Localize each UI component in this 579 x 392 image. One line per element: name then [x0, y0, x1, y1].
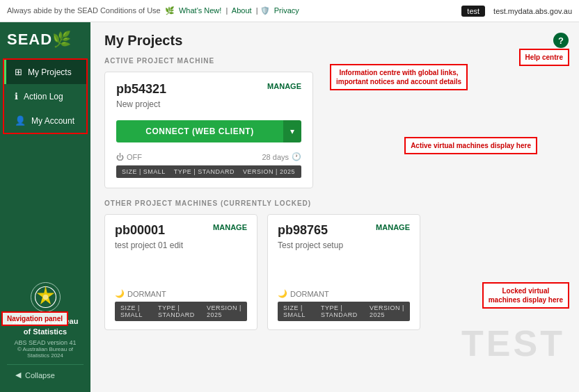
locked-project-manage-link-1[interactable]: MANAGE	[376, 223, 410, 231]
locked-spec-type-1: TYPE | STANDARD	[321, 304, 361, 318]
active-section-label: ACTIVE PROJECT MACHINE	[104, 57, 565, 65]
moon-icon-0: 🌙	[115, 289, 125, 298]
active-project-name: New project	[116, 99, 301, 109]
logo-text: SEAD	[7, 31, 52, 49]
active-project-header: pb54321 MANAGE	[116, 82, 301, 97]
locked-project-status-1: 🌙 DORMANT	[278, 289, 410, 298]
locked-section: OTHER PROJECT MACHINES (CURRENTLY LOCKED…	[104, 199, 565, 330]
locked-project-id-0: pb00001	[115, 223, 165, 238]
connect-btn-wrapper: CONNECT (WEB CLIENT) ▾	[116, 120, 301, 142]
spec-size: SIZE | SMALL	[122, 168, 166, 175]
abs-copyright: © Australian Bureau of Statistics 2024	[10, 346, 80, 359]
whats-new-link[interactable]: What's New!	[179, 6, 221, 15]
top-bar-notice: Always abide by the SEAD Conditions of U…	[7, 6, 461, 15]
locked-section-label: OTHER PROJECT MACHINES (CURRENTLY LOCKED…	[104, 199, 565, 207]
user-email: test.mydata.abs.gov.au	[493, 7, 572, 15]
locked-project-card-1: pb98765 MANAGE Test project setup 🌙 DORM…	[267, 214, 420, 330]
sidebar-bottom: Australian Bureau of Statistics ABS SEAD…	[0, 269, 90, 392]
abs-logo-area: Australian Bureau of Statistics ABS SEAD…	[7, 276, 84, 364]
abs-name: Australian Bureau of Statistics	[10, 316, 80, 336]
locked-cards: pb00001 MANAGE test project 01 edit 🌙 DO…	[104, 214, 565, 330]
locked-project-card-0: pb00001 MANAGE test project 01 edit 🌙 DO…	[104, 214, 257, 330]
locked-spec-version-0: VERSION | 2025	[207, 304, 241, 318]
active-project-id: pb54321	[116, 82, 166, 97]
sidebar-item-my-projects[interactable]: ⊞ My Projects	[4, 60, 86, 84]
sidebar-logo: SEAD🌿	[0, 22, 90, 57]
top-bar-user-area: test test.mydata.abs.gov.au	[461, 6, 572, 17]
collapse-button[interactable]: ◀ Collapse	[7, 364, 84, 385]
main-layout: SEAD🌿 ⊞ My Projects ℹ Action Log 👤 My Ac…	[0, 22, 579, 392]
info-centre-annotation: Information centre with global links, im…	[330, 64, 468, 90]
nav-section: ⊞ My Projects ℹ Action Log 👤 My Account	[3, 58, 88, 134]
svg-point-3	[42, 295, 48, 300]
locked-project-header-1: pb98765 MANAGE	[278, 223, 410, 238]
locked-spec-size-0: SIZE | SMALL	[120, 304, 150, 318]
connect-dropdown-button[interactable]: ▾	[283, 120, 301, 142]
grid-icon: ⊞	[15, 67, 22, 77]
spec-version: VERSION | 2025	[243, 168, 295, 175]
active-project-manage-link[interactable]: MANAGE	[267, 82, 301, 90]
sidebar-item-my-account[interactable]: 👤 My Account	[4, 108, 86, 133]
active-project-card: pb54321 MANAGE New project CONNECT (WEB …	[104, 72, 313, 188]
user-icon: 👤	[15, 115, 26, 126]
logo-leaf-icon: 🌿	[52, 31, 71, 49]
spec-type: TYPE | STANDARD	[174, 168, 235, 175]
locked-spec-type-0: TYPE | STANDARD	[158, 304, 198, 318]
active-vm-annotation: Active virtual machines display here	[404, 137, 537, 154]
locked-spec-size-1: SIZE | SMALL	[283, 304, 312, 318]
top-bar: Always abide by the SEAD Conditions of U…	[0, 0, 579, 22]
content-area: ? My Projects ACTIVE PROJECT MACHINE pb5…	[90, 22, 579, 392]
sidebar-item-action-log[interactable]: ℹ Action Log	[4, 84, 86, 108]
locked-project-manage-link-0[interactable]: MANAGE	[213, 223, 247, 231]
locked-project-name-0: test project 01 edit	[115, 240, 247, 250]
locked-project-id-1: pb98765	[278, 223, 328, 238]
info-icon: ℹ	[15, 91, 18, 101]
active-project-footer: ⏻ OFF 28 days 🕐	[116, 152, 301, 161]
locked-project-status-0: 🌙 DORMANT	[115, 289, 247, 298]
locked-spec-version-1: VERSION | 2025	[370, 304, 404, 318]
locked-project-header-0: pb00001 MANAGE	[115, 223, 247, 238]
clock-icon: 🕐	[292, 152, 301, 161]
locked-project-specs-0: SIZE | SMALL TYPE | STANDARD VERSION | 2…	[115, 302, 247, 321]
days-remaining: 28 days 🕐	[262, 152, 301, 161]
sidebar: SEAD🌿 ⊞ My Projects ℹ Action Log 👤 My Ac…	[0, 22, 90, 392]
about-link[interactable]: About	[232, 6, 252, 15]
locked-project-name-1: Test project setup	[278, 240, 410, 250]
page-title: My Projects	[104, 33, 565, 49]
username-badge[interactable]: test	[461, 6, 485, 17]
abs-crest-icon	[30, 281, 61, 313]
moon-icon-1: 🌙	[278, 289, 287, 298]
connect-button[interactable]: CONNECT (WEB CLIENT)	[116, 120, 283, 142]
locked-project-specs-1: SIZE | SMALL TYPE | STANDARD VERSION | 2…	[278, 302, 410, 321]
active-project-specs: SIZE | SMALL TYPE | STANDARD VERSION | 2…	[116, 165, 301, 178]
power-icon: ⏻	[116, 153, 124, 161]
help-button[interactable]: ?	[553, 33, 569, 48]
chevron-left-icon: ◀	[15, 370, 21, 379]
power-status: ⏻ OFF	[116, 153, 142, 161]
abs-version: ABS SEAD version 41	[14, 339, 76, 346]
privacy-link[interactable]: Privacy	[274, 6, 299, 15]
